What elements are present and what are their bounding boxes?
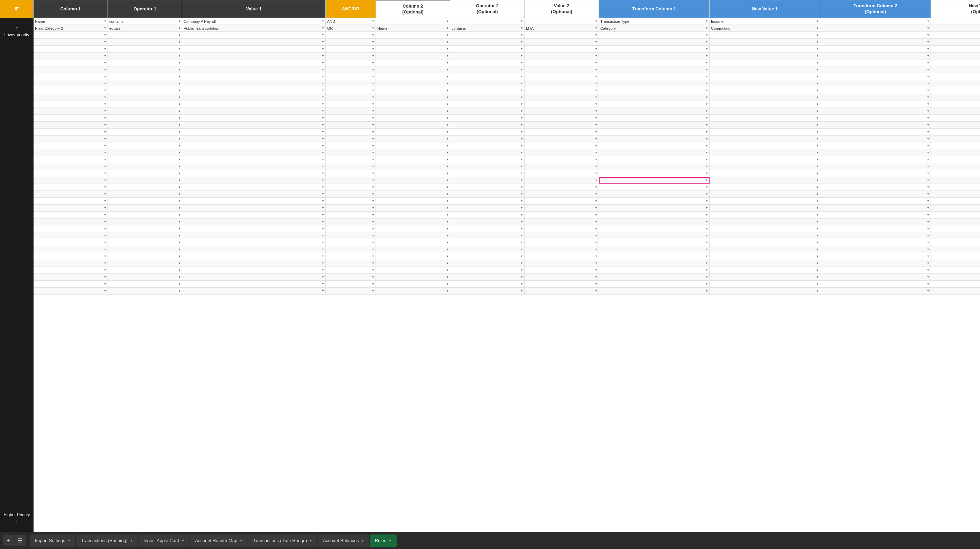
cell-op1[interactable]: ▼ — [108, 232, 182, 239]
cell-val1[interactable]: Company A Payroll▼ — [182, 18, 326, 25]
cell-newval1[interactable]: ▼ — [710, 281, 820, 287]
cell-tcol1[interactable]: ▼ — [599, 170, 710, 177]
cell-val2[interactable]: ▼ — [525, 218, 599, 225]
cell-col1[interactable]: ▼ — [33, 184, 108, 191]
cell-tcol1[interactable]: ▼ — [599, 80, 710, 87]
cell-op2[interactable]: ▼ — [450, 274, 525, 280]
cell-tcol1[interactable]: Transaction Type▼ — [599, 18, 710, 25]
cell-newval2[interactable]: ▼ — [931, 177, 980, 184]
cell-tcol1[interactable]: ▼ — [599, 260, 710, 267]
cell-tcol1[interactable]: Category▼ — [599, 25, 710, 32]
cell-op2[interactable]: ▼ — [450, 253, 525, 259]
cell-newval1[interactable]: ▼ — [710, 232, 820, 239]
cell-op2[interactable]: ▼ — [450, 198, 525, 204]
cell-newval2[interactable]: ▼ — [931, 198, 980, 204]
cell-op2[interactable]: ▼ — [450, 59, 525, 66]
cell-newval1[interactable]: ▼ — [710, 94, 820, 100]
cell-op1[interactable]: ▼ — [108, 32, 182, 38]
cell-tcol1[interactable]: ▼ — [599, 94, 710, 100]
cell-op2[interactable]: ▼ — [450, 32, 525, 38]
cell-newval1[interactable]: ▼ — [710, 170, 820, 177]
cell-op2[interactable]: ▼ — [450, 225, 525, 232]
cell-newval1[interactable]: ▼ — [710, 142, 820, 149]
cell-newval2[interactable]: ▼ — [931, 288, 980, 294]
cell-val1[interactable]: ▼ — [182, 142, 326, 149]
cell-tcol2[interactable]: ▼ — [820, 25, 931, 32]
cell-val2[interactable]: ▼ — [525, 18, 599, 25]
cell-col1[interactable]: Plaid Category 2▼ — [33, 25, 108, 32]
cell-op1[interactable]: ▼ — [108, 177, 182, 184]
cell-val1[interactable]: ▼ — [182, 150, 326, 156]
cell-andor[interactable]: ▼ — [326, 108, 376, 115]
cell-tcol1[interactable]: ▼ — [599, 142, 710, 149]
cell-op2[interactable]: ▼ — [450, 218, 525, 225]
cell-andor[interactable]: ▼ — [326, 205, 376, 211]
cell-val2[interactable]: ▼ — [525, 267, 599, 274]
cell-andor[interactable]: ▼ — [326, 260, 376, 267]
cell-andor[interactable]: ▼ — [326, 142, 376, 149]
cell-andor[interactable]: ▼ — [326, 232, 376, 239]
cell-newval2[interactable]: ▼ — [931, 163, 980, 170]
cell-newval2[interactable]: ▼ — [931, 191, 980, 197]
cell-op2[interactable]: ▼ — [450, 80, 525, 87]
cell-andor[interactable]: ▼ — [326, 218, 376, 225]
add-sheet-button[interactable]: + — [3, 535, 14, 546]
cell-tcol1[interactable]: ▼ — [599, 87, 710, 94]
cell-tcol2[interactable]: ▼ — [820, 66, 931, 73]
cell-tcol2[interactable]: ▼ — [820, 94, 931, 100]
cell-val2[interactable]: ▼ — [525, 232, 599, 239]
menu-button[interactable]: ☰ — [14, 535, 25, 546]
cell-tcol2[interactable]: ▼ — [820, 281, 931, 287]
cell-op2[interactable]: ▼ — [450, 135, 525, 142]
cell-col1[interactable]: ▼ — [33, 122, 108, 128]
cell-op2[interactable]: ▼ — [450, 156, 525, 163]
cell-andor[interactable]: ▼ — [326, 177, 376, 184]
cell-andor[interactable]: ▼ — [326, 101, 376, 108]
cell-col2[interactable]: ▼ — [376, 135, 450, 142]
cell-tcol1[interactable]: ▼ — [599, 129, 710, 135]
cell-val1[interactable]: ▼ — [182, 170, 326, 177]
tab-ingest-apple-card[interactable]: Ingest Apple Card ▼ — [138, 535, 189, 547]
cell-tcol1[interactable]: ▼ — [599, 66, 710, 73]
cell-tcol2[interactable]: ▼ — [820, 39, 931, 45]
cell-tcol1[interactable]: ▼ — [599, 150, 710, 156]
tab-account-balances[interactable]: Account Balances ▼ — [318, 535, 369, 547]
cell-andor[interactable]: ▼ — [326, 274, 376, 280]
cell-andor[interactable]: ▼ — [326, 135, 376, 142]
cell-newval1[interactable]: ▼ — [710, 46, 820, 52]
cell-col1[interactable]: ▼ — [33, 163, 108, 170]
cell-tcol2[interactable]: ▼ — [820, 260, 931, 267]
cell-tcol1[interactable]: ▼ — [599, 218, 710, 225]
cell-op1[interactable]: ▼ — [108, 225, 182, 232]
cell-val1[interactable]: ▼ — [182, 239, 326, 246]
cell-newval2[interactable]: ▼ — [931, 274, 980, 280]
cell-col2[interactable]: ▼ — [376, 18, 450, 25]
cell-tcol1[interactable]: ▼ — [599, 281, 710, 287]
cell-op1[interactable]: ▼ — [108, 101, 182, 108]
cell-tcol1[interactable]: ▼ — [599, 101, 710, 108]
cell-val1[interactable]: ▼ — [182, 46, 326, 52]
cell-tcol2[interactable]: ▼ — [820, 32, 931, 38]
cell-op1[interactable]: ▼ — [108, 260, 182, 267]
cell-tcol2[interactable]: ▼ — [820, 239, 931, 246]
cell-val1[interactable]: ▼ — [182, 66, 326, 73]
cell-col2[interactable]: ▼ — [376, 129, 450, 135]
cell-col2[interactable]: ▼ — [376, 177, 450, 184]
cell-op2[interactable]: ▼ — [450, 239, 525, 246]
cell-op1[interactable]: ▼ — [108, 239, 182, 246]
cell-col2[interactable]: ▼ — [376, 156, 450, 163]
cell-newval1[interactable]: ▼ — [710, 177, 820, 184]
cell-newval2[interactable]: ▼ — [931, 239, 980, 246]
cell-andor[interactable]: ▼ — [326, 80, 376, 87]
cell-val2[interactable]: ▼ — [525, 253, 599, 259]
cell-val2[interactable]: ▼ — [525, 177, 599, 184]
cell-tcol2[interactable]: ▼ — [820, 18, 931, 25]
cell-op2[interactable]: ▼ — [450, 122, 525, 128]
cell-tcol2[interactable]: ▼ — [820, 205, 931, 211]
cell-op1[interactable]: ▼ — [108, 59, 182, 66]
cell-andor[interactable]: ▼ — [326, 32, 376, 38]
cell-op1[interactable]: ▼ — [108, 246, 182, 253]
cell-col1[interactable]: ▼ — [33, 108, 108, 115]
cell-col2[interactable]: ▼ — [376, 212, 450, 218]
cell-newval2[interactable]: ▼ — [931, 267, 980, 274]
